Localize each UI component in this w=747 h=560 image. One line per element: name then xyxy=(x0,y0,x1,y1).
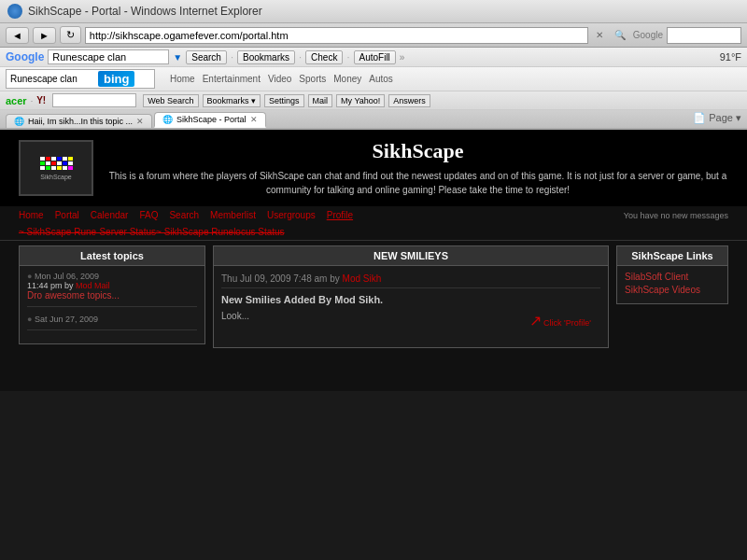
nav-video[interactable]: Video xyxy=(268,74,291,84)
nav-faq-link[interactable]: FAQ xyxy=(139,210,158,220)
browser-title: SikhScape - Portal - Windows Internet Ex… xyxy=(28,5,262,18)
site-description: This is a forum where the players of Sik… xyxy=(107,169,728,197)
silabsoft-client-link[interactable]: SilabSoft Client xyxy=(625,272,720,282)
web-search-button[interactable]: Web Search xyxy=(143,94,198,107)
latest-topics-header: Latest topics xyxy=(19,245,205,266)
rune-status-bar: ~ SikhScape Rune-Server Status~ SikhScap… xyxy=(0,224,747,241)
site-title: SikhScape xyxy=(107,139,728,163)
tab1-close[interactable]: ✕ xyxy=(136,117,144,126)
google-search-input[interactable] xyxy=(48,49,169,64)
bing-logo: bing xyxy=(98,71,134,87)
bing-search-box[interactable]: bing xyxy=(6,69,155,89)
ie-icon xyxy=(7,4,22,19)
main-content: Latest topics ● Mon Jul 06, 2009 11:44 p… xyxy=(0,245,747,348)
tab-2[interactable]: 🌐 SikhScape - Portal ✕ xyxy=(154,112,266,128)
mod-sikh-link[interactable]: Mod Sikh xyxy=(343,273,382,284)
latest-topics-panel: Latest topics ● Mon Jul 06, 2009 11:44 p… xyxy=(19,245,205,348)
bookmarks2-button[interactable]: Bookmarks ▾ xyxy=(203,94,261,107)
links-header: SikhScape Links xyxy=(616,245,728,266)
new-smilieys-panel: NEW SMILIEYS Thu Jul 09, 2009 7:48 am by… xyxy=(213,245,609,348)
tab2-label: SikhScape - Portal xyxy=(176,115,247,124)
acer-toolbar: acer · Y! Web Search Bookmarks ▾ Setting… xyxy=(0,91,747,110)
smilies-title: New Smilies Added By Mod Sikh. xyxy=(221,294,600,305)
site-header: SikhScape SikhScape This is a forum wher… xyxy=(0,130,747,206)
tab1-icon: 🌐 xyxy=(14,117,24,126)
topic-date-1: ● Mon Jul 06, 2009 xyxy=(27,272,197,281)
topic-item-2: ● Sat Jun 27, 2009 xyxy=(27,315,197,330)
nav-sports[interactable]: Sports xyxy=(299,74,326,84)
acer-search-input[interactable] xyxy=(52,93,136,107)
mod-mail-link-1[interactable]: Mod Mail xyxy=(76,281,110,290)
tab2-icon: 🌐 xyxy=(162,115,173,124)
smilies-content: Thu Jul 09, 2009 7:48 am by Mod Sikh New… xyxy=(213,266,609,348)
topic-link-1[interactable]: Dro awesome topics... xyxy=(27,290,197,301)
nav-home-link[interactable]: Home xyxy=(19,210,44,220)
bookmarks-button[interactable]: Bookmarks xyxy=(237,50,295,64)
address-bar: ◄ ► ↻ ✕ 🔍 Google xyxy=(0,23,747,48)
nav-home[interactable]: Home xyxy=(170,74,195,84)
nav-usergroups-link[interactable]: Usergroups xyxy=(267,210,316,220)
acer-logo: acer xyxy=(6,95,27,106)
browser-search-input[interactable] xyxy=(667,27,741,44)
yahoo-logo: Y! xyxy=(36,95,46,105)
myyahoo-button[interactable]: My Yahoo! xyxy=(336,94,385,107)
mail-button[interactable]: Mail xyxy=(308,94,333,107)
nav-autos[interactable]: Autos xyxy=(369,74,393,84)
nav-money[interactable]: Money xyxy=(333,74,361,84)
nav-memberlist-link[interactable]: Memberlist xyxy=(210,210,256,220)
site-nav: Home Portal Calendar FAQ Search Memberli… xyxy=(0,206,747,224)
nav-profile-link[interactable]: Profile xyxy=(327,210,353,220)
acer-sep: · xyxy=(31,96,34,105)
smilies-post-time: Thu Jul 09, 2009 7:48 am xyxy=(221,273,327,284)
nav-search-link[interactable]: Search xyxy=(169,210,199,220)
google-logo: Google xyxy=(6,50,44,63)
website-content: SikhScape SikhScape This is a forum wher… xyxy=(0,130,747,391)
topic-by-1: 11:44 pm by Mod Mail xyxy=(27,281,197,290)
site-logo: SikhScape xyxy=(19,140,93,196)
nav-calendar-link[interactable]: Calendar xyxy=(91,210,129,220)
page-icon[interactable]: 📄 Page ▾ xyxy=(693,112,741,124)
expand-icon: » xyxy=(400,52,405,63)
temperature-display: 91°F xyxy=(720,51,741,63)
back-button[interactable]: ◄ xyxy=(6,27,29,44)
tab-1[interactable]: 🌐 Haii, Im sikh...In this topic ... ✕ xyxy=(6,114,152,128)
refresh-button[interactable]: ↻ xyxy=(60,26,81,44)
bing-nav-links: Home Entertainment Video Sports Money Au… xyxy=(170,74,393,84)
nav-message: You have no new messages xyxy=(624,211,728,220)
answers-button[interactable]: Answers xyxy=(388,94,430,107)
check-button[interactable]: Check xyxy=(305,50,343,64)
google-search-button[interactable]: Search xyxy=(186,50,227,64)
topic-date-2: ● Sat Jun 27, 2009 xyxy=(27,315,197,324)
topic-item-1: ● Mon Jul 06, 2009 11:44 pm by Mod Mail … xyxy=(27,272,197,307)
browser-titlebar: SikhScape - Portal - Windows Internet Ex… xyxy=(0,0,747,23)
site-header-text: SikhScape This is a forum where the play… xyxy=(107,139,728,197)
bing-search-input[interactable] xyxy=(10,74,94,84)
autofill-button[interactable]: AutoFill xyxy=(354,50,396,64)
google-toolbar: Google ▼ Search · Bookmarks · Check · Au… xyxy=(0,48,747,67)
links-content: SilabSoft Client SikhScape Videos xyxy=(616,266,728,304)
latest-topics-content: ● Mon Jul 06, 2009 11:44 pm by Mod Mail … xyxy=(19,266,205,344)
sikhscape-links-panel: SikhScape Links SilabSoft Client SikhSca… xyxy=(616,245,728,348)
smilies-header: NEW SMILIEYS xyxy=(213,245,609,266)
bing-toolbar: bing Home Entertainment Video Sports Mon… xyxy=(0,67,747,91)
tab2-close[interactable]: ✕ xyxy=(250,115,258,124)
click-profile-note: ↗ Click 'Profile' xyxy=(529,312,591,329)
sikhscape-videos-link[interactable]: SikhScape Videos xyxy=(625,285,720,295)
browser-tabs: 🌐 Haii, Im sikh...In this topic ... ✕ 🌐 … xyxy=(0,110,747,130)
nav-entertainment[interactable]: Entertainment xyxy=(203,74,261,84)
forward-button[interactable]: ► xyxy=(33,27,56,44)
nav-portal-link[interactable]: Portal xyxy=(55,210,79,220)
smilies-post-info: Thu Jul 09, 2009 7:48 am by Mod Sikh xyxy=(221,273,600,288)
tab1-label: Haii, Im sikh...In this topic ... xyxy=(28,117,133,126)
settings-button[interactable]: Settings xyxy=(264,94,304,107)
address-input[interactable] xyxy=(85,27,588,44)
